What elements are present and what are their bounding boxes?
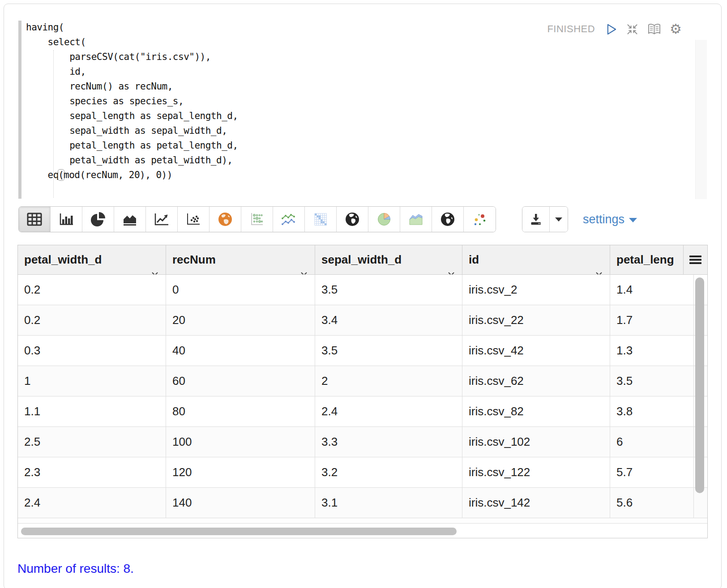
table-cell: 3.8 (610, 396, 694, 426)
column-header-petal_width_d[interactable]: petal_width_d (18, 245, 166, 275)
code-line: id, (26, 64, 238, 79)
code-line: eq(mod(recNum, 20), 0)) (26, 168, 238, 183)
column-header-petal_length[interactable]: petal_leng (610, 245, 684, 275)
code-line: petal_length as petal_length_d, (26, 138, 238, 153)
table-cell: 2.5 (18, 427, 166, 457)
hamburger-icon (689, 255, 701, 264)
table-cell: iris.csv_62 (462, 366, 610, 396)
run-button[interactable] (606, 23, 617, 35)
vertical-scrollbar[interactable] (695, 277, 704, 493)
result-table: petal_width_d recNum sepal_width_d id pe… (17, 245, 708, 538)
table-icon (27, 213, 42, 226)
toggle-output-button[interactable] (647, 23, 661, 35)
scatter-chart-icon (186, 213, 201, 226)
table-cell: 3.5 (610, 366, 694, 396)
line-chart-icon (154, 213, 169, 226)
table-cell: 60 (166, 366, 315, 396)
table-cell: 1.3 (610, 336, 694, 366)
table-row: 1.1802.4iris.csv_823.8 (18, 396, 707, 427)
shrink-paragraph-button[interactable] (626, 23, 639, 36)
caret-down-icon (555, 217, 562, 222)
column-menu-chevron-icon[interactable] (300, 258, 308, 275)
viz-bar-chart-button[interactable] (51, 207, 82, 232)
table-cell: iris.csv_102 (462, 427, 610, 457)
pie-pastel-icon (376, 212, 392, 227)
viz-pie-chart-button[interactable] (82, 207, 114, 232)
table-cell: 1 (18, 366, 166, 396)
code-line: sepal_length as sepal_length_d, (26, 109, 238, 124)
viz-bubble-grid-button[interactable] (241, 207, 273, 232)
table-cell: iris.csv_122 (462, 457, 610, 487)
editor-scrollbar[interactable] (695, 40, 707, 199)
column-menu-chevron-icon[interactable] (595, 258, 603, 275)
download-options-button[interactable] (550, 207, 568, 232)
table-cell: 20 (166, 305, 315, 335)
viz-globe-button[interactable] (337, 207, 368, 232)
table-cell: 3.5 (315, 336, 462, 366)
download-split-button (522, 206, 568, 232)
paragraph-settings-button[interactable]: ⚙ (670, 22, 682, 36)
column-header-sepal_width_d[interactable]: sepal_width_d (315, 245, 462, 275)
globe-dark2-icon (440, 212, 455, 227)
table-row: 2.31203.2iris.csv_1225.7 (18, 457, 707, 488)
table-cell: 140 (166, 488, 315, 518)
partial-row (18, 518, 707, 524)
table-cell: 40 (166, 336, 315, 366)
table-cell: 1.1 (18, 396, 166, 426)
viz-scatter-chart-button[interactable] (178, 207, 210, 232)
table-cell: 0.2 (18, 275, 166, 305)
table-cell: iris.csv_82 (462, 396, 610, 426)
table-row: 0.2203.4iris.csv_221.7 (18, 305, 707, 336)
table-row: 0.203.5iris.csv_21.4 (18, 275, 707, 305)
table-cell: 3.2 (315, 457, 462, 487)
viz-pie-pastel-button[interactable] (368, 207, 400, 232)
viz-heatmap-button[interactable] (305, 207, 337, 232)
table-cell: 100 (166, 427, 315, 457)
bubble-grid-icon (249, 212, 265, 226)
status-badge: FINISHED (547, 23, 595, 35)
viz-scatter-colored-button[interactable] (464, 207, 496, 232)
code-line: having( (26, 20, 238, 35)
settings-caret-icon (629, 218, 637, 222)
table-cell: 3.3 (315, 427, 462, 457)
table-menu-button[interactable] (684, 245, 707, 275)
download-button[interactable] (522, 207, 550, 232)
play-icon (606, 23, 617, 35)
viz-multi-line-button[interactable] (273, 207, 305, 232)
multi-line-chart-icon (281, 212, 296, 226)
paragraph-card: having( select( parseCSV(cat("iris.csv")… (4, 4, 722, 588)
viz-map-button[interactable] (210, 207, 241, 232)
code-text: having( select( parseCSV(cat("iris.csv")… (26, 20, 238, 183)
column-header-id[interactable]: id (462, 245, 610, 275)
horizontal-scrollbar[interactable] (21, 528, 457, 535)
book-icon (647, 23, 661, 35)
table-cell: 0.3 (18, 336, 166, 366)
column-menu-chevron-icon[interactable] (448, 258, 455, 275)
table-cell: 2.4 (18, 488, 166, 518)
globe-dark-icon (345, 212, 360, 227)
column-menu-chevron-icon[interactable] (151, 258, 158, 275)
table-cell: 3.1 (315, 488, 462, 518)
table-cell: 2 (315, 366, 462, 396)
table-cell: 2.3 (18, 457, 166, 487)
viz-area-chart-button[interactable] (114, 207, 146, 232)
globe-orange-icon (218, 212, 233, 227)
viz-globe2-button[interactable] (432, 207, 464, 232)
pie-chart-icon (90, 211, 106, 227)
table-cell: 120 (166, 457, 315, 487)
code-line: species as species_s, (26, 94, 238, 109)
table-row: 2.41403.1iris.csv_1425.6 (18, 488, 707, 518)
table-row: 1602iris.csv_623.5 (18, 366, 707, 396)
download-icon (529, 213, 543, 226)
viz-line-chart-button[interactable] (146, 207, 178, 232)
table-cell: 6 (610, 427, 694, 457)
settings-toggle[interactable]: settings (583, 206, 637, 232)
table-cell: 1.7 (610, 305, 694, 335)
viz-table-button[interactable] (19, 207, 51, 232)
table-cell: 5.7 (610, 457, 694, 487)
results-count: Number of results: 8. (17, 562, 134, 576)
column-header-recNum[interactable]: recNum (166, 245, 315, 275)
collapse-icon (626, 23, 639, 36)
code-line: recNum() as recNum, (26, 79, 238, 94)
viz-area-pastel-button[interactable] (400, 207, 432, 232)
